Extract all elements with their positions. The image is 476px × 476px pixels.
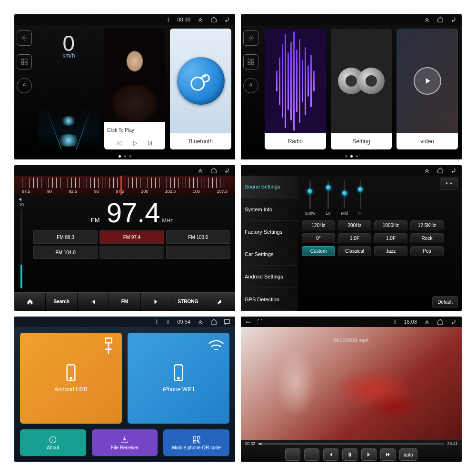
status-bar: ᛒ ⧛ 09:54 — [14, 317, 235, 327]
seek-bar[interactable] — [258, 443, 445, 445]
seek-next-button[interactable] — [141, 293, 172, 311]
nav-icon[interactable] — [17, 78, 32, 93]
balance-button[interactable] — [440, 178, 458, 190]
btn-0deg[interactable]: 0° — [302, 233, 335, 243]
svg-rect-2 — [25, 59, 27, 61]
home-icon[interactable] — [437, 167, 444, 174]
back-icon[interactable] — [450, 167, 457, 174]
home-icon[interactable] — [437, 16, 444, 23]
volume-slider[interactable]: 10 — [14, 195, 29, 292]
settings-icon[interactable] — [17, 30, 32, 46]
bluetooth-tile[interactable]: Bluetooth — [170, 29, 231, 149]
preset-6[interactable] — [166, 246, 230, 259]
file-receiver-button[interactable]: File Receiver — [92, 429, 158, 456]
preset-1[interactable]: FM 88.3 — [33, 230, 98, 244]
svg-point-5 — [191, 77, 204, 90]
band-button[interactable]: FM — [109, 293, 140, 311]
seek-prev-button[interactable] — [78, 293, 109, 311]
back-icon[interactable] — [224, 16, 230, 23]
settings-icon[interactable] — [243, 30, 258, 46]
cast-icon[interactable] — [224, 318, 230, 325]
btn-200hz[interactable]: 200Hz — [338, 220, 371, 230]
collapse-icon[interactable] — [197, 318, 204, 325]
collapse-icon[interactable] — [197, 16, 204, 23]
btn-1f-b[interactable]: 1.0F — [374, 233, 407, 243]
btn-12khz[interactable]: 12.5KHz — [410, 220, 444, 230]
page-dots[interactable] — [241, 153, 462, 159]
nav-icon[interactable] — [243, 78, 258, 93]
speed-tile[interactable]: 0 km/h — [38, 29, 99, 149]
strong-button[interactable]: STRONG — [172, 293, 204, 311]
preset-2[interactable]: FM 97.4 — [99, 230, 164, 244]
back-icon[interactable] — [450, 318, 457, 325]
music-tile[interactable]: Click To Play — [104, 29, 166, 149]
play-icon[interactable] — [131, 140, 138, 148]
btn-rock[interactable]: Rock — [410, 233, 444, 243]
setting-tile[interactable]: Setting — [331, 29, 392, 149]
menu-factory[interactable]: Factory Settings — [241, 221, 298, 243]
collapse-icon[interactable] — [424, 318, 430, 325]
preset-5[interactable] — [99, 246, 164, 259]
btn-custom[interactable]: Custom — [302, 246, 335, 256]
default-button[interactable]: Default — [432, 296, 458, 308]
eq-button[interactable] — [304, 448, 319, 461]
btn-pop[interactable]: Pop — [410, 246, 444, 256]
preset-3[interactable]: FM 103.6 — [166, 230, 230, 244]
svg-rect-4 — [25, 62, 27, 65]
android-usb-card[interactable]: Android USB — [20, 333, 122, 424]
list-button[interactable] — [285, 448, 300, 461]
search-button[interactable]: Search — [46, 293, 77, 311]
iphone-wifi-card[interactable]: iPhone WIFI — [128, 333, 229, 424]
return-button[interactable] — [204, 293, 235, 311]
video-surface[interactable]: 00000009.mp4 — [241, 327, 462, 440]
prev-button[interactable] — [323, 448, 338, 461]
collapse-icon[interactable] — [424, 167, 430, 174]
phone-icon — [169, 363, 188, 382]
slider-hi[interactable] — [360, 180, 361, 209]
btn-classical[interactable]: Classical — [338, 246, 371, 256]
collapse-icon[interactable] — [197, 167, 204, 174]
slider-subw[interactable] — [309, 180, 311, 209]
back-icon[interactable] — [450, 16, 457, 23]
status-bar: ᛒ 08:30 — [14, 14, 235, 25]
btn-120hz[interactable]: 120Hz — [302, 220, 335, 230]
menu-car[interactable]: Car Settings — [241, 243, 298, 266]
back-icon[interactable] — [224, 167, 230, 174]
frequency-ruler[interactable]: 87.59092.59597.5100102.5105107.5 — [14, 176, 235, 195]
home-icon[interactable] — [210, 167, 217, 174]
about-button[interactable]: About — [20, 429, 86, 456]
svg-rect-13 — [105, 338, 111, 343]
preset-4[interactable]: FM 104.0 — [33, 246, 98, 259]
home-icon[interactable] — [210, 16, 217, 23]
prev-icon[interactable] — [116, 140, 123, 148]
home-screen-2: Radio Setting video — [241, 14, 462, 159]
clock: 09:54 — [177, 319, 190, 325]
btn-1f-a[interactable]: 1.0F — [338, 233, 371, 243]
menu-gps[interactable]: GPS Detection — [241, 288, 298, 310]
menu-system[interactable]: System Info — [241, 198, 298, 221]
home-icon[interactable] — [437, 318, 444, 325]
menu-sound[interactable]: Sound Settings — [241, 176, 298, 198]
slider-lo[interactable] — [327, 180, 329, 209]
apps-icon[interactable] — [17, 54, 32, 69]
apps-icon[interactable] — [243, 54, 258, 69]
auto-button[interactable]: auto — [399, 448, 417, 461]
fast-fwd-button[interactable] — [380, 448, 396, 461]
slider-mid[interactable] — [344, 180, 345, 209]
next-icon[interactable] — [147, 140, 153, 148]
collapse-icon[interactable] — [424, 16, 430, 23]
music-controls: Click To Play — [104, 122, 166, 138]
btn-1000hz[interactable]: 1000Hz — [374, 220, 407, 230]
menu-android[interactable]: Android Settings — [241, 266, 298, 288]
pause-button[interactable] — [342, 448, 357, 461]
page-dots[interactable] — [14, 153, 235, 159]
radio-tile[interactable]: Radio — [265, 29, 326, 149]
home-button[interactable] — [14, 293, 46, 311]
band-label: FM — [91, 217, 100, 224]
next-button[interactable] — [361, 448, 377, 461]
home-icon[interactable] — [210, 318, 217, 325]
video-tile[interactable]: video — [397, 29, 458, 149]
svg-rect-10 — [248, 62, 250, 65]
btn-jazz[interactable]: Jazz — [374, 246, 407, 256]
qr-button[interactable]: Mobile phone QR code — [163, 429, 229, 456]
